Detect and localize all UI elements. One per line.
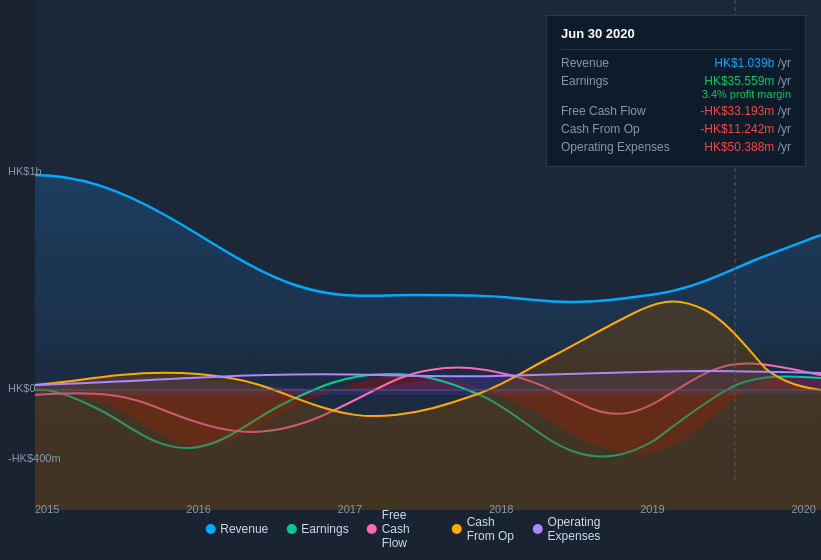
y-label-top: HK$1b — [8, 165, 42, 177]
tooltip-fcf-value: -HK$33.193m /yr — [700, 104, 791, 118]
y-label-bottom: -HK$400m — [8, 452, 61, 464]
legend-fcf[interactable]: Free Cash Flow — [367, 508, 434, 550]
tooltip-fcf-label: Free Cash Flow — [561, 104, 671, 118]
legend-revenue[interactable]: Revenue — [205, 522, 268, 536]
legend-opex-dot — [533, 524, 543, 534]
y-label-zero: HK$0 — [8, 382, 36, 394]
legend-earnings[interactable]: Earnings — [286, 522, 348, 536]
legend-earnings-label: Earnings — [301, 522, 348, 536]
tooltip-divider — [561, 49, 791, 50]
x-label-2019: 2019 — [640, 503, 664, 515]
tooltip-opex-label: Operating Expenses — [561, 140, 671, 154]
tooltip-revenue: Revenue HK$1.039b /yr — [561, 54, 791, 72]
legend-cfo[interactable]: Cash From Op — [452, 515, 515, 543]
tooltip-cfo-label: Cash From Op — [561, 122, 671, 136]
tooltip-cfo: Cash From Op -HK$11.242m /yr — [561, 120, 791, 138]
legend-fcf-dot — [367, 524, 377, 534]
tooltip-earnings-label: Earnings — [561, 74, 671, 88]
legend-revenue-label: Revenue — [220, 522, 268, 536]
legend-earnings-dot — [286, 524, 296, 534]
legend-opex-label: Operating Expenses — [548, 515, 616, 543]
x-label-2015: 2015 — [35, 503, 59, 515]
tooltip-earnings: Earnings HK$35.559m /yr 3.4% profit marg… — [561, 72, 791, 102]
tooltip-opex: Operating Expenses HK$50.388m /yr — [561, 138, 791, 156]
chart-legend: Revenue Earnings Free Cash Flow Cash Fro… — [205, 508, 616, 550]
legend-cfo-dot — [452, 524, 462, 534]
tooltip-cfo-value: -HK$11.242m /yr — [700, 122, 791, 136]
tooltip-profit-margin: 3.4% profit margin — [702, 88, 791, 100]
tooltip-earnings-value: HK$35.559m /yr — [702, 74, 791, 88]
legend-revenue-dot — [205, 524, 215, 534]
tooltip-revenue-label: Revenue — [561, 56, 671, 70]
tooltip-title: Jun 30 2020 — [561, 26, 791, 41]
chart-container: HK$1b HK$0 -HK$400m 2015 2016 2017 2018 … — [0, 0, 821, 560]
x-label-2020: 2020 — [791, 503, 815, 515]
legend-fcf-label: Free Cash Flow — [382, 508, 434, 550]
data-tooltip: Jun 30 2020 Revenue HK$1.039b /yr Earnin… — [546, 15, 806, 167]
tooltip-opex-value: HK$50.388m /yr — [704, 140, 791, 154]
tooltip-fcf: Free Cash Flow -HK$33.193m /yr — [561, 102, 791, 120]
legend-opex[interactable]: Operating Expenses — [533, 515, 616, 543]
tooltip-revenue-value: HK$1.039b /yr — [714, 56, 791, 70]
legend-cfo-label: Cash From Op — [467, 515, 515, 543]
